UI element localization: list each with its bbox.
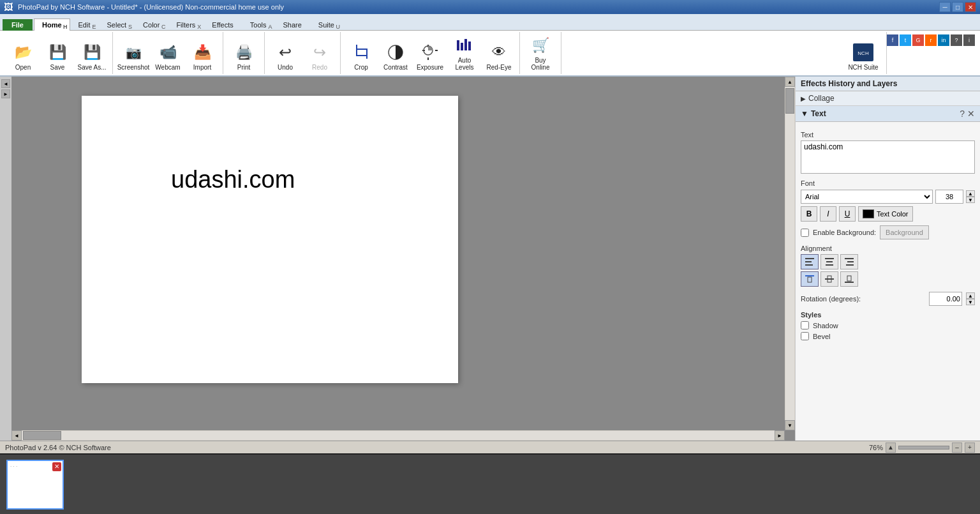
twitter-icon[interactable]: t	[900, 34, 911, 46]
tab-share[interactable]: Share	[274, 19, 309, 31]
align-left-button[interactable]	[801, 254, 819, 269]
svg-rect-23	[847, 261, 854, 262]
tab-select[interactable]: SelectS	[99, 19, 135, 31]
scroll-up-arrow[interactable]: ▲	[785, 77, 795, 87]
text-close-button[interactable]: ✕	[967, 109, 975, 119]
status-bar: PhotoPad v 2.64 © NCH Software 76% ▲ – +	[0, 441, 980, 453]
contrast-button[interactable]: Contrast	[379, 33, 412, 73]
film-close-button[interactable]: ✕	[52, 462, 61, 471]
zoom-minus-button[interactable]: –	[952, 442, 962, 453]
tab-home[interactable]: HomeH	[34, 19, 70, 31]
svg-rect-26	[808, 277, 812, 282]
tab-filters[interactable]: FiltersX	[168, 19, 204, 31]
tab-suite[interactable]: SuiteU	[310, 19, 343, 31]
import-label: Import	[193, 64, 211, 71]
enable-background-checkbox[interactable]	[801, 229, 809, 237]
red-eye-button[interactable]: 👁 Red-Eye	[482, 33, 516, 73]
zoom-up-button[interactable]: ▲	[886, 442, 896, 453]
nch-suite-button[interactable]: NCH NCH Suite	[844, 33, 882, 73]
text-input[interactable]: udashi.com	[801, 140, 975, 174]
svg-rect-20	[826, 261, 833, 262]
auto-levels-button[interactable]: Auto Levels	[448, 33, 481, 73]
align-top-button[interactable]	[801, 271, 819, 287]
scroll-thumb-horizontal[interactable]	[23, 431, 61, 440]
scroll-right-arrow[interactable]: ►	[775, 430, 785, 441]
align-middle-button[interactable]	[820, 271, 838, 287]
open-button[interactable]: 📂 Open	[6, 33, 40, 73]
info-icon[interactable]: i	[963, 34, 975, 46]
bevel-style-item: Bevel	[801, 332, 975, 340]
bevel-checkbox[interactable]	[801, 332, 809, 340]
nch-suite-icon: NCH	[853, 42, 873, 63]
enable-background-label: Enable Background:	[813, 229, 876, 236]
tab-tools[interactable]: ToolsA	[242, 19, 275, 31]
print-button[interactable]: 🖨️ Print	[227, 33, 260, 73]
contrast-icon	[385, 42, 406, 63]
scroll-track-horizontal[interactable]	[22, 431, 775, 440]
align-right-button[interactable]	[840, 254, 858, 269]
import-button[interactable]: 📥 Import	[186, 33, 219, 73]
expand-btn[interactable]: ►	[1, 89, 10, 98]
buy-online-button[interactable]: 🛒 Buy Online	[524, 33, 557, 73]
undo-button[interactable]: ↩ Undo	[269, 33, 302, 73]
zoom-slider[interactable]	[898, 446, 949, 450]
maximize-button[interactable]: □	[952, 2, 963, 12]
svg-rect-30	[847, 276, 851, 281]
background-button[interactable]: Background	[880, 225, 929, 239]
facebook-icon[interactable]: f	[887, 34, 898, 46]
rotation-input[interactable]	[929, 292, 962, 306]
linkedin-icon[interactable]: in	[938, 34, 949, 46]
rotation-up[interactable]: ▲	[966, 292, 975, 299]
font-select[interactable]: Arial	[801, 190, 933, 204]
tab-edit[interactable]: EditE	[70, 19, 99, 31]
rotation-down[interactable]: ▼	[966, 299, 975, 305]
vertical-scrollbar[interactable]: ▲ ▼	[785, 77, 795, 430]
scroll-thumb-vertical[interactable]	[785, 88, 794, 114]
italic-button[interactable]: I	[820, 206, 836, 222]
group-suite: NCH NCH Suite	[840, 32, 887, 74]
redo-button[interactable]: ↪ Redo	[303, 33, 336, 73]
svg-rect-13	[468, 42, 471, 50]
scroll-down-arrow[interactable]: ▼	[785, 420, 795, 430]
collage-title-bar[interactable]: ▶ Collage	[796, 91, 980, 105]
tab-file[interactable]: File	[3, 19, 33, 31]
font-size-input[interactable]	[935, 190, 963, 204]
ribbon-tabs: File HomeH EditE SelectS ColorC FiltersX…	[0, 14, 980, 31]
text-collapse-arrow: ▼	[801, 109, 808, 118]
horizontal-scrollbar[interactable]: ◄ ►	[11, 430, 785, 441]
scroll-track-vertical[interactable]	[785, 87, 794, 420]
google-icon[interactable]: G	[912, 34, 924, 46]
filmstrip: ✕ · · ·	[0, 453, 980, 514]
bold-button[interactable]: B	[801, 206, 817, 222]
zoom-plus-button[interactable]: +	[965, 442, 975, 453]
text-color-button[interactable]: Text Color	[858, 206, 913, 222]
font-size-down[interactable]: ▼	[966, 197, 975, 203]
text-help-button[interactable]: ?	[960, 109, 965, 119]
minimize-button[interactable]: ─	[939, 2, 951, 12]
close-button[interactable]: ✕	[965, 2, 976, 12]
group-online: 🛒 Buy Online	[520, 32, 561, 74]
tab-color[interactable]: ColorC	[135, 19, 168, 31]
crop-button[interactable]: Crop	[345, 33, 378, 73]
exposure-icon	[420, 42, 440, 63]
crop-icon	[351, 42, 371, 63]
reddit-icon[interactable]: r	[925, 34, 937, 46]
save-as-button[interactable]: 💾 Save As...	[75, 33, 108, 73]
align-bottom-button[interactable]	[840, 271, 858, 287]
exposure-button[interactable]: Exposure	[413, 33, 447, 73]
webcam-button[interactable]: 📹 Webcam	[151, 33, 184, 73]
filmstrip-thumb-1[interactable]: ✕ · · ·	[6, 460, 64, 510]
collapse-btn[interactable]: ◄	[1, 79, 10, 88]
document-canvas[interactable]: udashi.com	[82, 96, 458, 383]
scroll-left-arrow[interactable]: ◄	[11, 430, 22, 441]
align-center-button[interactable]	[820, 254, 838, 269]
help-icon[interactable]: ?	[951, 34, 962, 46]
tab-effects[interactable]: Effects	[204, 19, 241, 31]
underline-button[interactable]: U	[839, 206, 856, 222]
group-edit-tools: Crop Contrast Exposure	[341, 32, 520, 74]
screenshot-button[interactable]: 📷 Screenshot	[117, 33, 150, 73]
font-size-up[interactable]: ▲	[966, 190, 975, 197]
save-button[interactable]: 💾 Save	[41, 33, 74, 73]
text-color-label: Text Color	[877, 210, 909, 218]
shadow-checkbox[interactable]	[801, 321, 809, 329]
